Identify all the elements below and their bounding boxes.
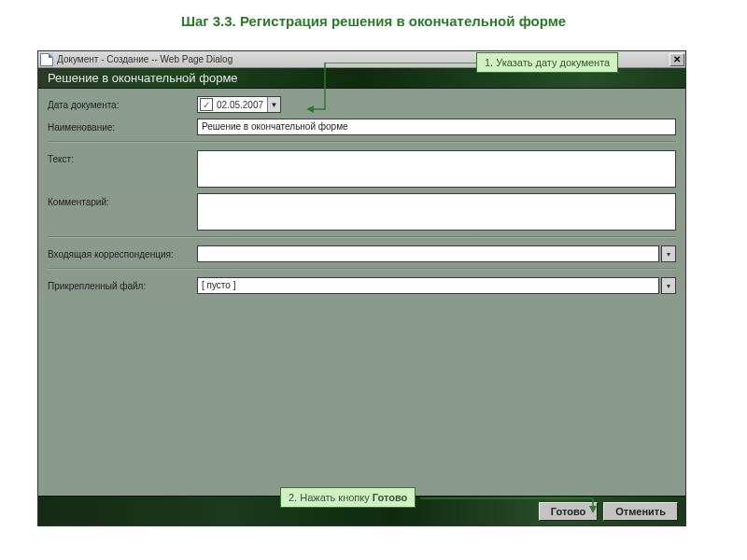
date-value: 02.05.2007 — [215, 100, 267, 110]
separator — [48, 141, 676, 143]
form-area: Дата документа: ✓ 02.05.2007 ▼ Наименова… — [38, 89, 685, 294]
name-input[interactable]: Решение в окончательной форме — [197, 119, 676, 135]
label-incoming: Входящая корреспонденция: — [48, 249, 197, 259]
chevron-down-icon[interactable]: ▼ — [267, 97, 280, 112]
incoming-combo[interactable]: ▾ — [197, 245, 676, 262]
date-field[interactable]: ✓ 02.05.2007 ▼ — [197, 96, 281, 113]
step-title: Шаг 3.3. Регистрация решения в окончател… — [0, 0, 747, 38]
comment-input[interactable] — [197, 193, 676, 231]
callout-2-text: 2. Нажать кнопку — [289, 492, 373, 503]
label-attached: Прикрепленный файл: — [48, 281, 197, 291]
callout-2: 2. Нажать кнопку Готово — [280, 487, 416, 508]
cancel-button[interactable]: Отменить — [603, 502, 678, 521]
page-icon — [40, 53, 53, 66]
label-text: Текст: — [48, 150, 197, 164]
separator — [48, 268, 676, 270]
text-input[interactable] — [197, 150, 676, 188]
close-icon[interactable]: ✕ — [669, 53, 684, 66]
date-checkbox[interactable]: ✓ — [200, 98, 213, 111]
label-name: Наименование: — [48, 122, 197, 133]
incoming-input[interactable] — [197, 245, 659, 262]
attached-input[interactable]: [ пусто ] — [197, 277, 659, 294]
callout-2-bold: Готово — [373, 492, 407, 503]
callout-1: 1. Указать дату документа — [476, 52, 618, 73]
dialog-window: Документ - Создание -- Web Page Dialog ✕… — [37, 50, 686, 526]
attached-combo[interactable]: [ пусто ] ▾ — [197, 277, 676, 294]
chevron-down-icon[interactable]: ▾ — [661, 277, 676, 294]
label-date: Дата документа: — [48, 100, 197, 110]
label-comment: Комментарий: — [48, 193, 197, 207]
done-button[interactable]: Готово — [539, 502, 598, 521]
chevron-down-icon[interactable]: ▾ — [661, 245, 676, 262]
separator — [48, 236, 676, 238]
